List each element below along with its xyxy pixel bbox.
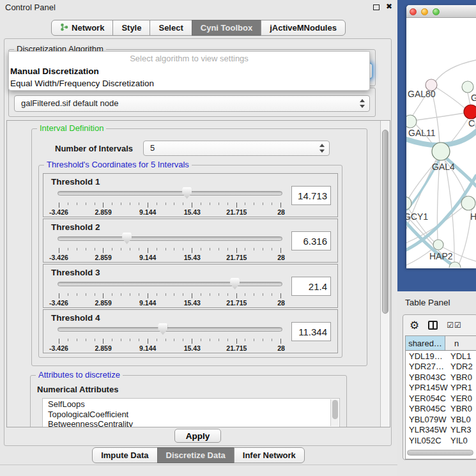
list-scrollbar-thumb[interactable] (332, 400, 338, 419)
threshold-value-field[interactable]: 14.713 (291, 186, 331, 205)
table-row[interactable]: YBR045CYBR0 (406, 404, 476, 415)
slider-track (58, 282, 282, 286)
tab-select[interactable]: Select (150, 20, 192, 36)
table-data-combobox[interactable]: galFiltered.sif default node (14, 95, 370, 112)
horizontal-scrollbar-thumb[interactable] (407, 450, 473, 456)
slider-scale-labels: -3.4262.8599.14415.4321.71528 (59, 299, 281, 307)
network-node-c-red[interactable] (464, 105, 476, 119)
algorithm-dropdown-popup: Select algorithm to view settings Manual… (8, 51, 370, 91)
apply-button[interactable]: Apply (174, 429, 222, 443)
apply-row: Apply (4, 429, 391, 443)
network-node-h[interactable] (461, 196, 475, 210)
tick-mark (95, 203, 95, 205)
slider-thumb[interactable] (122, 233, 132, 244)
threshold-slider[interactable]: -3.4262.8599.14415.4321.71528 (58, 233, 282, 261)
table-row[interactable]: YBR043CYBR0 (406, 372, 476, 383)
vertical-scrollbar[interactable] (380, 121, 390, 427)
network-node-gcy1[interactable] (406, 197, 411, 210)
threshold-label: Threshold 3 (51, 268, 100, 277)
algorithm-option-equal-width-frequency-discretization[interactable]: Equal Width/Frequency Discretization (9, 77, 369, 89)
tab-label: jActiveMNodules (270, 23, 337, 33)
tick-mark (86, 203, 86, 205)
slider-thumb[interactable] (230, 278, 240, 289)
slider-thumb[interactable] (182, 187, 192, 199)
tab-cyni-toolbox[interactable]: Cyni Toolbox (192, 20, 261, 36)
network-node-gal4[interactable] (432, 142, 450, 160)
threshold-value-field[interactable]: 21.4 (291, 277, 331, 296)
network-window-titlebar (406, 5, 476, 18)
tick-mark (77, 339, 77, 341)
table-row[interactable]: YIL052CYIL0 (406, 435, 476, 445)
tick-mark (112, 248, 112, 250)
tick-mark (121, 339, 121, 341)
tab-label: Cyni Toolbox (201, 23, 252, 33)
scale-label: 2.859 (95, 208, 111, 216)
tick-mark (183, 203, 183, 205)
attribute-item[interactable]: SelfLoops (48, 399, 339, 410)
column-header-shared-[interactable]: shared… (406, 336, 445, 350)
threshold-slider[interactable]: -3.4262.8599.14415.4321.71528 (58, 324, 282, 352)
close-traffic-light-icon[interactable] (410, 8, 417, 15)
attribute-item[interactable]: BetweennessCentrality (48, 419, 339, 427)
table-row[interactable]: YER054CYER0 (406, 393, 476, 404)
network-graph: GAL80GACGAL11GAL4GCY1HHAP2 (406, 18, 476, 268)
network-node-hap2[interactable] (433, 240, 443, 250)
tick-mark (236, 203, 237, 208)
scale-label: 21.715 (226, 344, 247, 352)
slider-track (58, 236, 282, 241)
threshold-value-field[interactable]: 6.316 (291, 231, 331, 250)
tick-mark (68, 248, 68, 250)
minimize-traffic-light-icon[interactable] (421, 8, 428, 15)
zoom-traffic-light-icon[interactable] (433, 8, 440, 15)
list-scrollbar[interactable] (330, 399, 339, 426)
tab-jactivemnodules[interactable]: jActiveMNodules (261, 20, 346, 36)
table-row[interactable]: YDL19…YDL1 (406, 351, 476, 362)
vertical-scrollbar-thumb[interactable] (382, 130, 388, 314)
network-node-gal11[interactable] (406, 115, 417, 128)
network-edge[interactable] (435, 60, 476, 82)
close-icon[interactable]: ✖ (386, 2, 392, 11)
network-node-ga[interactable] (462, 81, 473, 93)
columns-icon[interactable] (428, 321, 438, 330)
tab-discretize-data[interactable]: Discretize Data (157, 447, 234, 463)
threshold-value-field[interactable]: 11.344 (291, 322, 331, 341)
number-of-intervals-combobox[interactable]: 5 (143, 141, 330, 156)
attribute-item[interactable]: TopologicalCoefficient (48, 410, 339, 420)
table-row[interactable]: YBL079WYBL0 (406, 414, 476, 425)
network-edge[interactable] (459, 210, 472, 265)
scale-label: 9.144 (139, 299, 156, 307)
tick-mark (280, 339, 281, 344)
table-row[interactable]: YPR145WYPR1 (406, 383, 476, 394)
tick-mark (254, 293, 254, 296)
network-edge[interactable] (436, 88, 464, 108)
table-cell: YER054C (406, 394, 445, 403)
bottom-tab-bar: Impute DataDiscretize DataInfer Network (0, 447, 397, 463)
algorithm-option-manual-discretization[interactable]: Manual Discretization (9, 65, 369, 77)
tick-mark (148, 248, 148, 253)
table-cell: YBL0 (445, 415, 476, 424)
tick-mark (227, 293, 228, 296)
threshold-slider[interactable]: -3.4262.8599.14415.4321.71528 (58, 279, 282, 307)
tab-impute-data[interactable]: Impute Data (92, 447, 157, 463)
network-edge[interactable] (468, 93, 470, 105)
scale-label: 28 (277, 299, 285, 307)
network-view-window[interactable]: GAL80GACGAL11GAL4GCY1HHAP2 (406, 5, 476, 268)
table-data-group: Table Data galFiltered.sif default node (8, 88, 376, 117)
tick-mark (219, 293, 219, 296)
float-window-icon[interactable] (373, 4, 380, 10)
column-header-n[interactable]: n (445, 336, 476, 350)
tab-label: Infer Network (243, 450, 296, 460)
network-edge[interactable] (417, 113, 464, 120)
table-row[interactable]: YLR345WYLR3 (406, 425, 476, 436)
network-canvas[interactable]: GAL80GACGAL11GAL4GCY1HHAP2 (406, 18, 476, 268)
tab-style[interactable]: Style (112, 20, 150, 36)
checkbox-icons[interactable]: ☑☑ (447, 321, 462, 330)
tab-network[interactable]: Network (51, 20, 113, 36)
slider-thumb[interactable] (158, 323, 167, 335)
tab-infer-network[interactable]: Infer Network (234, 447, 305, 463)
horizontal-scrollbar[interactable] (407, 450, 476, 456)
tick-mark (148, 293, 148, 298)
gear-icon[interactable]: ⚙ (410, 320, 419, 331)
threshold-slider[interactable]: -3.4262.8599.14415.4321.71528 (58, 188, 282, 216)
table-row[interactable]: YDR27…YDR2 (406, 362, 476, 372)
